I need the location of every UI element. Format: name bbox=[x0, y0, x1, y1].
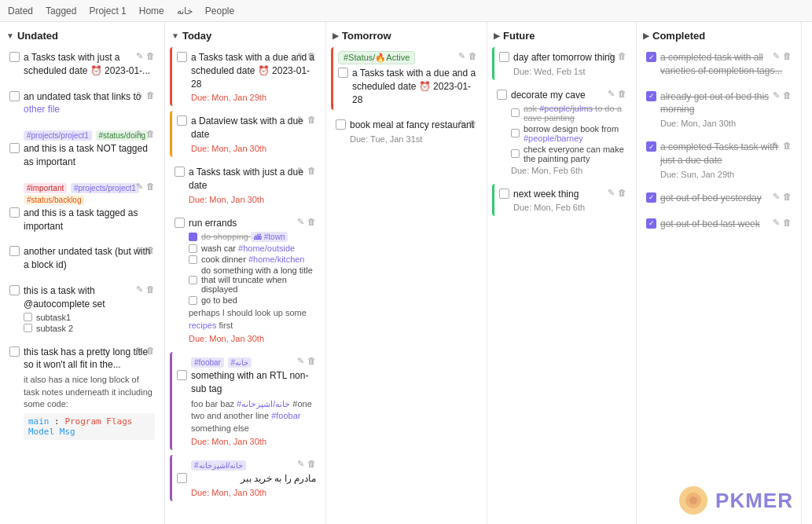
edit-icon-u7[interactable]: ✎ bbox=[136, 346, 143, 356]
task-checkbox-c4[interactable]: ✓ bbox=[646, 192, 656, 203]
task-checkbox-u3[interactable] bbox=[9, 143, 20, 153]
subtask-checkbox-u6-1[interactable] bbox=[24, 313, 32, 321]
subtask-checkbox-f2-1[interactable] bbox=[511, 108, 520, 117]
trash-icon-c5[interactable]: 🗑 bbox=[783, 218, 792, 228]
tag-important-u4[interactable]: #important bbox=[24, 183, 67, 193]
tag-people-julms[interactable]: #people/julms bbox=[539, 104, 593, 113]
tag-status-backlog-u4[interactable]: #status/backlog bbox=[24, 195, 85, 205]
subtask-checkbox-t4-2[interactable] bbox=[189, 244, 197, 253]
tag-projects-project1-u3[interactable]: #projects/project1 bbox=[24, 130, 92, 141]
trash-icon-t3[interactable]: 🗑 bbox=[307, 166, 316, 176]
edit-icon-c1[interactable]: ✎ bbox=[773, 51, 780, 61]
edit-icon-t5[interactable]: ✎ bbox=[297, 356, 304, 366]
edit-icon-t2[interactable]: ✎ bbox=[297, 115, 304, 125]
trash-icon-t2[interactable]: 🗑 bbox=[307, 115, 316, 125]
task-checkbox-u7[interactable] bbox=[9, 346, 20, 357]
task-checkbox-f3[interactable] bbox=[499, 189, 509, 199]
tag-home-kitchen[interactable]: #home/kitchen bbox=[248, 255, 305, 264]
trash-icon-c2[interactable]: 🗑 bbox=[783, 90, 792, 101]
subtask-checkbox-t4-5[interactable] bbox=[189, 296, 197, 305]
task-checkbox-c3[interactable]: ✓ bbox=[646, 141, 656, 152]
subtask-checkbox-f2-2[interactable] bbox=[511, 129, 520, 137]
trash-icon-tm2[interactable]: 🗑 bbox=[468, 119, 477, 129]
tag-foobar-note-t5[interactable]: #foobar bbox=[271, 411, 300, 420]
edit-icon-t3[interactable]: ✎ bbox=[297, 166, 304, 176]
trash-icon-f3[interactable]: 🗑 bbox=[618, 188, 626, 198]
edit-icon-c3[interactable]: ✎ bbox=[773, 141, 780, 151]
trash-icon-f2[interactable]: 🗑 bbox=[618, 89, 626, 99]
column-header-tomorrow[interactable]: ▶ Tomorrow bbox=[326, 27, 487, 45]
tag-people-barney[interactable]: #people/barney bbox=[524, 134, 583, 143]
task-checkbox-tm2[interactable] bbox=[336, 119, 346, 130]
task-checkbox-t2[interactable] bbox=[177, 115, 187, 126]
other-file-link[interactable]: other file bbox=[24, 104, 60, 115]
edit-icon-t1[interactable]: ✎ bbox=[297, 51, 304, 61]
trash-icon-c1[interactable]: 🗑 bbox=[783, 51, 792, 61]
tag-khaneh-t5[interactable]: #خانه bbox=[228, 357, 252, 368]
task-checkbox-u5[interactable] bbox=[9, 246, 20, 256]
task-checkbox-t1[interactable] bbox=[177, 52, 187, 62]
tag-foobar-t5[interactable]: #foobar bbox=[191, 357, 224, 368]
trash-icon-u3[interactable]: 🗑 bbox=[146, 129, 155, 139]
task-checkbox-t4[interactable] bbox=[175, 218, 185, 228]
task-checkbox-u6[interactable] bbox=[9, 285, 20, 295]
column-header-completed[interactable]: ▶ Completed bbox=[637, 27, 801, 45]
edit-icon-u2[interactable]: ✎ bbox=[136, 90, 143, 101]
recipes-link[interactable]: recipes bbox=[189, 321, 216, 330]
task-checkbox-u1[interactable] bbox=[9, 52, 20, 62]
task-checkbox-t5[interactable] bbox=[177, 370, 187, 380]
edit-icon-f3[interactable]: ✎ bbox=[608, 188, 615, 198]
tag-ashpazkhane-t5[interactable]: #خانه/اشپزخانه bbox=[237, 399, 290, 409]
trash-icon-u5[interactable]: 🗑 bbox=[146, 245, 155, 255]
nav-home[interactable]: Home bbox=[139, 5, 164, 16]
trash-icon-u2[interactable]: 🗑 bbox=[146, 90, 155, 101]
trash-icon-u7[interactable]: 🗑 bbox=[146, 346, 155, 356]
edit-icon-t6[interactable]: ✎ bbox=[297, 459, 304, 469]
task-checkbox-c5[interactable]: ✓ bbox=[646, 218, 656, 229]
edit-icon-u4[interactable]: ✎ bbox=[136, 181, 143, 192]
task-checkbox-tm1[interactable] bbox=[338, 68, 348, 78]
tag-khaneh-ashpaz-t6[interactable]: #خانه/اشپزخانه bbox=[191, 460, 246, 471]
trash-icon-f1[interactable]: 🗑 bbox=[618, 51, 626, 61]
task-checkbox-f2[interactable] bbox=[497, 90, 507, 100]
edit-icon-u1[interactable]: ✎ bbox=[136, 51, 143, 61]
tag-home-outside[interactable]: #home/outside bbox=[238, 244, 295, 253]
trash-icon-u1[interactable]: 🗑 bbox=[146, 51, 155, 61]
trash-icon-tm1[interactable]: 🗑 bbox=[468, 51, 477, 61]
edit-icon-tm1[interactable]: ✎ bbox=[458, 51, 465, 61]
nav-khaneh[interactable]: خانه bbox=[177, 5, 193, 16]
task-checkbox-t3[interactable] bbox=[175, 167, 185, 177]
subtask-checkbox-t4-3[interactable] bbox=[189, 255, 197, 264]
trash-icon-u4[interactable]: 🗑 bbox=[146, 181, 155, 192]
task-checkbox-t6[interactable] bbox=[177, 473, 187, 483]
column-header-undated[interactable]: ▼ Undated bbox=[0, 27, 164, 45]
edit-icon-f2[interactable]: ✎ bbox=[608, 89, 615, 99]
nav-dated[interactable]: Dated bbox=[8, 5, 33, 16]
task-checkbox-f1[interactable] bbox=[499, 52, 509, 62]
subtask-checkbox-t4-4[interactable] bbox=[189, 276, 197, 284]
trash-icon-t6[interactable]: 🗑 bbox=[307, 459, 316, 469]
task-checkbox-c2[interactable]: ✓ bbox=[646, 91, 656, 101]
trash-icon-t4[interactable]: 🗑 bbox=[307, 217, 316, 227]
trash-icon-t5[interactable]: 🗑 bbox=[307, 356, 316, 366]
edit-icon-u5[interactable]: ✎ bbox=[136, 245, 143, 255]
edit-icon-t4[interactable]: ✎ bbox=[297, 217, 304, 227]
edit-icon-c5[interactable]: ✎ bbox=[773, 218, 780, 228]
task-checkbox-u4[interactable] bbox=[9, 207, 20, 218]
edit-icon-u6[interactable]: ✎ bbox=[136, 284, 143, 295]
edit-icon-f1[interactable]: ✎ bbox=[608, 51, 615, 61]
nav-project1[interactable]: Project 1 bbox=[89, 5, 126, 16]
nav-tagged[interactable]: Tagged bbox=[46, 5, 76, 16]
tag-projects-u4[interactable]: #projects/project1 bbox=[71, 183, 139, 193]
column-header-future[interactable]: ▶ Future bbox=[487, 27, 636, 45]
trash-icon-u6[interactable]: 🗑 bbox=[146, 284, 155, 295]
trash-icon-c3[interactable]: 🗑 bbox=[783, 141, 792, 151]
edit-icon-tm2[interactable]: ✎ bbox=[458, 119, 465, 129]
trash-icon-c4[interactable]: 🗑 bbox=[783, 192, 792, 202]
nav-people[interactable]: People bbox=[205, 5, 234, 16]
edit-icon-u3[interactable]: ✎ bbox=[136, 129, 143, 139]
edit-icon-c2[interactable]: ✎ bbox=[773, 90, 780, 101]
edit-icon-c4[interactable]: ✎ bbox=[773, 192, 780, 202]
trash-icon-t1[interactable]: 🗑 bbox=[307, 51, 316, 61]
subtask-checkbox-f2-3[interactable] bbox=[511, 149, 520, 158]
